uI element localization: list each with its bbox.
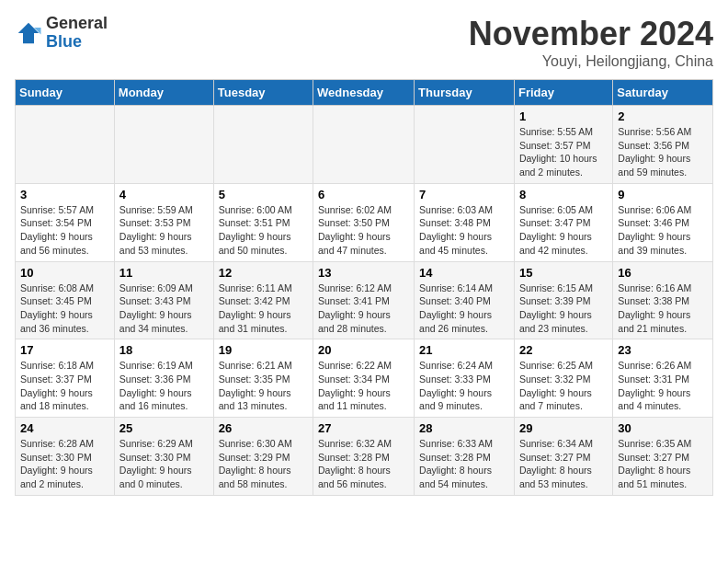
day-info: Sunrise: 6:14 AMSunset: 3:40 PMDaylight:…: [419, 282, 509, 336]
day-info: Sunrise: 6:28 AMSunset: 3:30 PMDaylight:…: [20, 437, 109, 491]
week-row-3: 17Sunrise: 6:18 AMSunset: 3:37 PMDayligh…: [16, 339, 713, 418]
day-cell: 28Sunrise: 6:33 AMSunset: 3:28 PMDayligh…: [415, 418, 515, 496]
day-cell: 18Sunrise: 6:19 AMSunset: 3:36 PMDayligh…: [114, 339, 213, 418]
day-info: Sunrise: 5:59 AMSunset: 3:53 PMDaylight:…: [119, 203, 209, 258]
day-info: Sunrise: 6:12 AMSunset: 3:41 PMDaylight:…: [318, 282, 409, 336]
day-cell: [415, 106, 515, 184]
day-number: 30: [618, 421, 708, 435]
day-info: Sunrise: 5:57 AMSunset: 3:54 PMDaylight:…: [20, 203, 109, 258]
day-cell: 15Sunrise: 6:15 AMSunset: 3:39 PMDayligh…: [514, 261, 612, 339]
day-number: 15: [519, 266, 608, 280]
day-number: 25: [119, 421, 209, 435]
day-number: 8: [519, 188, 608, 201]
calendar-table: SundayMondayTuesdayWednesdayThursdayFrid…: [15, 79, 713, 496]
day-number: 2: [618, 109, 708, 123]
day-cell: 7Sunrise: 6:03 AMSunset: 3:48 PMDaylight…: [415, 183, 515, 261]
day-cell: 24Sunrise: 6:28 AMSunset: 3:30 PMDayligh…: [16, 418, 115, 496]
day-number: 22: [519, 343, 608, 357]
header-tuesday: Tuesday: [213, 80, 313, 106]
logo-text: General Blue: [46, 15, 108, 52]
day-number: 24: [20, 421, 109, 435]
page-header: General Blue November 2024 Youyi, Heilon…: [15, 15, 713, 70]
week-row-0: 1Sunrise: 5:55 AMSunset: 3:57 PMDaylight…: [16, 106, 713, 184]
day-info: Sunrise: 6:32 AMSunset: 3:28 PMDaylight:…: [318, 437, 409, 491]
day-cell: 17Sunrise: 6:18 AMSunset: 3:37 PMDayligh…: [16, 339, 115, 418]
day-info: Sunrise: 6:08 AMSunset: 3:45 PMDaylight:…: [20, 282, 109, 336]
week-row-1: 3Sunrise: 5:57 AMSunset: 3:54 PMDaylight…: [16, 183, 713, 261]
day-cell: 16Sunrise: 6:16 AMSunset: 3:38 PMDayligh…: [613, 261, 713, 339]
day-cell: 6Sunrise: 6:02 AMSunset: 3:50 PMDaylight…: [313, 183, 415, 261]
day-number: 14: [419, 266, 509, 280]
day-number: 10: [20, 266, 109, 280]
day-info: Sunrise: 6:22 AMSunset: 3:34 PMDaylight:…: [318, 359, 409, 413]
day-info: Sunrise: 6:15 AMSunset: 3:39 PMDaylight:…: [519, 282, 608, 336]
svg-marker-0: [18, 23, 40, 44]
day-cell: 10Sunrise: 6:08 AMSunset: 3:45 PMDayligh…: [16, 261, 115, 339]
day-cell: 5Sunrise: 6:00 AMSunset: 3:51 PMDaylight…: [213, 183, 313, 261]
day-number: 3: [20, 188, 109, 201]
calendar-header: SundayMondayTuesdayWednesdayThursdayFrid…: [16, 80, 713, 106]
day-cell: 29Sunrise: 6:34 AMSunset: 3:27 PMDayligh…: [514, 418, 612, 496]
calendar-body: 1Sunrise: 5:55 AMSunset: 3:57 PMDaylight…: [16, 106, 713, 496]
logo: General Blue: [15, 15, 108, 52]
day-info: Sunrise: 5:55 AMSunset: 3:57 PMDaylight:…: [519, 125, 608, 179]
logo-icon: [15, 19, 42, 47]
day-info: Sunrise: 5:56 AMSunset: 3:56 PMDaylight:…: [618, 125, 708, 179]
day-number: 27: [318, 421, 409, 435]
day-cell: [16, 106, 115, 184]
day-number: 23: [618, 343, 708, 357]
title-area: November 2024 Youyi, Heilongjiang, China: [469, 15, 713, 70]
day-number: 29: [519, 421, 608, 435]
day-number: 16: [618, 266, 708, 280]
day-number: 26: [219, 421, 308, 435]
day-cell: [114, 106, 213, 184]
day-info: Sunrise: 6:25 AMSunset: 3:32 PMDaylight:…: [519, 359, 608, 413]
day-info: Sunrise: 6:09 AMSunset: 3:43 PMDaylight:…: [119, 282, 209, 336]
day-info: Sunrise: 6:29 AMSunset: 3:30 PMDaylight:…: [119, 437, 209, 491]
day-number: 19: [219, 343, 308, 357]
day-number: 20: [318, 343, 409, 357]
day-info: Sunrise: 6:02 AMSunset: 3:50 PMDaylight:…: [318, 203, 409, 258]
day-info: Sunrise: 6:35 AMSunset: 3:27 PMDaylight:…: [618, 437, 708, 491]
day-cell: 11Sunrise: 6:09 AMSunset: 3:43 PMDayligh…: [114, 261, 213, 339]
day-cell: 23Sunrise: 6:26 AMSunset: 3:31 PMDayligh…: [613, 339, 713, 418]
logo-general: General: [46, 15, 108, 33]
day-info: Sunrise: 6:03 AMSunset: 3:48 PMDaylight:…: [419, 203, 509, 258]
day-number: 7: [419, 188, 509, 201]
header-monday: Monday: [114, 80, 213, 106]
logo-blue: Blue: [46, 33, 108, 52]
day-number: 9: [618, 188, 708, 201]
header-sunday: Sunday: [16, 80, 115, 106]
day-number: 18: [119, 343, 209, 357]
header-friday: Friday: [514, 80, 612, 106]
day-number: 12: [219, 266, 308, 280]
day-number: 21: [419, 343, 509, 357]
day-cell: 8Sunrise: 6:05 AMSunset: 3:47 PMDaylight…: [514, 183, 612, 261]
day-cell: [213, 106, 313, 184]
day-cell: 4Sunrise: 5:59 AMSunset: 3:53 PMDaylight…: [114, 183, 213, 261]
day-cell: 21Sunrise: 6:24 AMSunset: 3:33 PMDayligh…: [415, 339, 515, 418]
day-info: Sunrise: 6:05 AMSunset: 3:47 PMDaylight:…: [519, 203, 608, 258]
day-number: 13: [318, 266, 409, 280]
day-info: Sunrise: 6:26 AMSunset: 3:31 PMDaylight:…: [618, 359, 708, 413]
day-number: 5: [219, 188, 308, 201]
day-number: 6: [318, 188, 409, 201]
week-row-2: 10Sunrise: 6:08 AMSunset: 3:45 PMDayligh…: [16, 261, 713, 339]
day-cell: 9Sunrise: 6:06 AMSunset: 3:46 PMDaylight…: [613, 183, 713, 261]
day-number: 11: [119, 266, 209, 280]
title-location: Youyi, Heilongjiang, China: [469, 53, 713, 70]
day-info: Sunrise: 6:30 AMSunset: 3:29 PMDaylight:…: [219, 437, 308, 491]
day-number: 4: [119, 188, 209, 201]
day-cell: 13Sunrise: 6:12 AMSunset: 3:41 PMDayligh…: [313, 261, 415, 339]
day-info: Sunrise: 6:33 AMSunset: 3:28 PMDaylight:…: [419, 437, 509, 491]
week-row-4: 24Sunrise: 6:28 AMSunset: 3:30 PMDayligh…: [16, 418, 713, 496]
title-month: November 2024: [469, 15, 713, 53]
day-cell: 14Sunrise: 6:14 AMSunset: 3:40 PMDayligh…: [415, 261, 515, 339]
day-number: 1: [519, 109, 608, 123]
day-cell: 27Sunrise: 6:32 AMSunset: 3:28 PMDayligh…: [313, 418, 415, 496]
header-thursday: Thursday: [415, 80, 515, 106]
day-info: Sunrise: 6:06 AMSunset: 3:46 PMDaylight:…: [618, 203, 708, 258]
day-number: 28: [419, 421, 509, 435]
day-info: Sunrise: 6:34 AMSunset: 3:27 PMDaylight:…: [519, 437, 608, 491]
day-cell: [313, 106, 415, 184]
